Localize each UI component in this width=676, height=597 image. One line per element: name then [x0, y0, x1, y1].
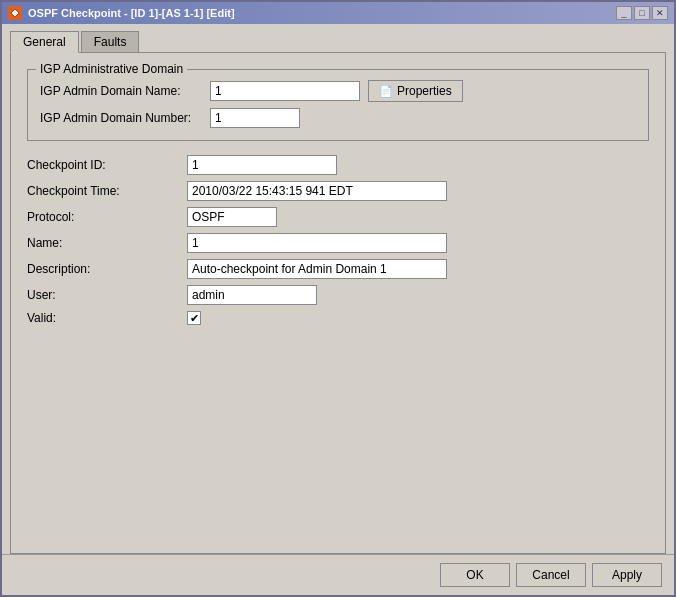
igp-group-title: IGP Administrative Domain	[36, 62, 187, 76]
domain-number-row: IGP Admin Domain Number:	[40, 108, 636, 128]
checkpoint-id-input[interactable]	[187, 155, 337, 175]
domain-name-input[interactable]	[210, 81, 360, 101]
bottom-bar: OK Cancel Apply	[2, 554, 674, 595]
window-content: General Faults IGP Administrative Domain…	[2, 24, 674, 554]
checkpoint-id-row: Checkpoint ID:	[27, 155, 649, 175]
domain-number-label: IGP Admin Domain Number:	[40, 111, 210, 125]
checkpoint-time-input[interactable]	[187, 181, 447, 201]
minimize-button[interactable]: _	[616, 6, 632, 20]
tabs-container: General Faults	[2, 24, 674, 52]
valid-label: Valid:	[27, 311, 187, 325]
properties-icon: 📄	[379, 85, 393, 98]
cancel-button[interactable]: Cancel	[516, 563, 586, 587]
window-icon	[8, 6, 22, 20]
title-bar-left: OSPF Checkpoint - [ID 1]-[AS 1-1] [Edit]	[8, 6, 235, 20]
domain-name-row: IGP Admin Domain Name: 📄 Properties	[40, 80, 636, 102]
valid-row: Valid: ✔	[27, 311, 649, 325]
tab-faults[interactable]: Faults	[81, 31, 140, 53]
apply-button[interactable]: Apply	[592, 563, 662, 587]
description-label: Description:	[27, 262, 187, 276]
domain-name-label: IGP Admin Domain Name:	[40, 84, 210, 98]
user-label: User:	[27, 288, 187, 302]
maximize-button[interactable]: □	[634, 6, 650, 20]
protocol-label: Protocol:	[27, 210, 187, 224]
title-buttons: _ □ ✕	[616, 6, 668, 20]
main-window: OSPF Checkpoint - [ID 1]-[AS 1-1] [Edit]…	[0, 0, 676, 597]
checkbox-checkmark: ✔	[190, 312, 199, 325]
tab-general[interactable]: General	[10, 31, 79, 53]
tab-content-general: IGP Administrative Domain IGP Admin Doma…	[10, 52, 666, 554]
valid-checkbox[interactable]: ✔	[187, 311, 201, 325]
checkpoint-time-label: Checkpoint Time:	[27, 184, 187, 198]
name-input[interactable]	[187, 233, 447, 253]
description-input[interactable]	[187, 259, 447, 279]
protocol-input[interactable]	[187, 207, 277, 227]
igp-group-box: IGP Administrative Domain IGP Admin Doma…	[27, 69, 649, 141]
checkpoint-id-label: Checkpoint ID:	[27, 158, 187, 172]
user-row: User:	[27, 285, 649, 305]
name-row: Name:	[27, 233, 649, 253]
properties-button[interactable]: 📄 Properties	[368, 80, 463, 102]
user-input[interactable]	[187, 285, 317, 305]
title-bar: OSPF Checkpoint - [ID 1]-[AS 1-1] [Edit]…	[2, 2, 674, 24]
ok-button[interactable]: OK	[440, 563, 510, 587]
window-title: OSPF Checkpoint - [ID 1]-[AS 1-1] [Edit]	[28, 7, 235, 19]
protocol-row: Protocol:	[27, 207, 649, 227]
description-row: Description:	[27, 259, 649, 279]
close-button[interactable]: ✕	[652, 6, 668, 20]
checkpoint-time-row: Checkpoint Time:	[27, 181, 649, 201]
svg-marker-0	[11, 9, 19, 17]
name-label: Name:	[27, 236, 187, 250]
domain-number-input[interactable]	[210, 108, 300, 128]
